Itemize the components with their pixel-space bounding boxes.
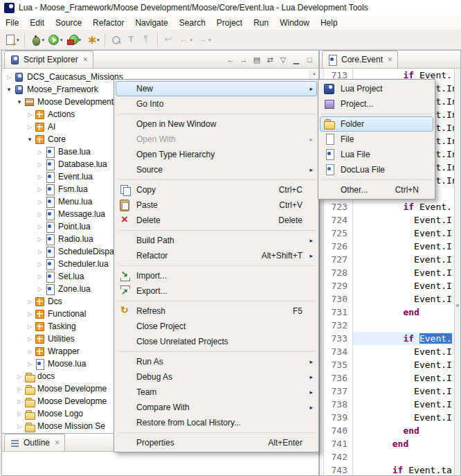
menubar-item-edit[interactable]: Edit — [24, 17, 50, 29]
new-submenu-item-folder[interactable]: Folder — [320, 116, 433, 132]
code-line[interactable]: 743 if Event.ta — [324, 464, 454, 475]
back-icon[interactable]: ← — [225, 54, 236, 65]
expand-arrow-icon[interactable]: ▷ — [36, 161, 44, 168]
expand-arrow-icon[interactable]: ▷ — [15, 386, 24, 392]
expand-arrow-icon[interactable]: ▷ — [36, 236, 44, 243]
expand-arrow-icon[interactable]: ▷ — [36, 186, 44, 193]
context-menu-item-new[interactable]: New▸ — [116, 81, 317, 96]
back-button[interactable]: ▾ — [177, 32, 195, 49]
expand-arrow-icon[interactable]: ▷ — [26, 324, 34, 330]
new-submenu-item-file[interactable]: File — [320, 132, 433, 147]
debug-button[interactable]: ▾ — [28, 32, 46, 49]
expand-arrow-icon[interactable]: ▷ — [26, 361, 34, 367]
new-submenu-item-lua-file[interactable]: Lua File — [320, 147, 433, 162]
code-line[interactable]: 725 Event.I — [324, 227, 454, 240]
context-menu-item-paste[interactable]: PasteCtrl+V — [116, 197, 317, 213]
maximize-icon[interactable]: □ — [304, 54, 315, 65]
collapse-arrow-icon[interactable]: ▾ — [5, 86, 13, 93]
context-menu-item-source[interactable]: Source▸ — [116, 162, 317, 177]
code-line[interactable]: 733 if Event. — [324, 332, 454, 345]
context-menu-item-properties[interactable]: PropertiesAlt+Enter — [116, 435, 317, 450]
context-menu-item-refresh[interactable]: RefreshF5 — [116, 303, 317, 319]
code-line[interactable]: 730 Event.I — [324, 292, 454, 306]
menubar-item-help[interactable]: Help — [315, 17, 343, 29]
new-submenu-item-project[interactable]: Project... — [320, 96, 433, 112]
new-submenu-item-lua-project[interactable]: Lua Project — [320, 81, 433, 96]
close-icon[interactable]: × — [388, 55, 392, 64]
collapse-all-icon[interactable]: ▤ — [251, 54, 262, 65]
expand-arrow-icon[interactable]: ▷ — [36, 199, 44, 205]
show-whitespace-button[interactable] — [139, 32, 154, 49]
new-submenu-item-other[interactable]: Other...Ctrl+N — [320, 182, 433, 197]
expand-arrow-icon[interactable]: ▷ — [36, 274, 44, 280]
close-icon[interactable]: × — [55, 438, 60, 448]
expand-arrow-icon[interactable]: ▷ — [26, 124, 34, 130]
search-button[interactable] — [109, 32, 123, 49]
code-line[interactable]: 740 end — [324, 424, 454, 437]
expand-arrow-icon[interactable]: ▷ — [36, 286, 44, 292]
new-wizard-button[interactable]: ▾ — [3, 32, 21, 49]
context-menu-item-import[interactable]: Import... — [116, 268, 317, 283]
context-menu-item-delete[interactable]: DeleteDelete — [116, 213, 317, 228]
expand-arrow-icon[interactable]: ▷ — [5, 74, 13, 80]
forward-icon[interactable]: → — [238, 54, 249, 65]
close-icon[interactable]: × — [83, 55, 88, 64]
context-menu-item-close-unrelated-projects[interactable]: Close Unrelated Projects — [116, 334, 317, 349]
code-line[interactable]: 732 — [324, 319, 454, 332]
expand-arrow-icon[interactable]: ▷ — [26, 311, 34, 317]
menubar-item-window[interactable]: Window — [274, 17, 315, 29]
context-menu-item-debug-as[interactable]: Debug As▸ — [116, 369, 317, 385]
expand-arrow-icon[interactable]: ▷ — [26, 299, 34, 305]
menubar-item-navigate[interactable]: Navigate — [129, 17, 173, 29]
tab-outline[interactable]: Outline × — [4, 434, 65, 451]
overview-ruler[interactable] — [454, 69, 460, 475]
menubar-item-project[interactable]: Project — [211, 17, 248, 29]
menubar-item-file[interactable]: File — [0, 17, 24, 29]
code-line[interactable]: 724 Event.I — [324, 213, 454, 227]
collapse-arrow-icon[interactable]: ▾ — [15, 98, 24, 105]
last-edit-location-button[interactable] — [161, 32, 176, 49]
code-line[interactable]: 738 Event.I — [324, 398, 454, 411]
expand-arrow-icon[interactable]: ▷ — [15, 398, 24, 405]
menubar-item-refactor[interactable]: Refactor — [87, 17, 129, 29]
context-menu-item-build-path[interactable]: Build Path▸ — [116, 233, 317, 248]
context-menu-item-open-in-new-window[interactable]: Open in New Window — [116, 116, 317, 132]
collapse-arrow-icon[interactable]: ▾ — [26, 136, 34, 143]
code-line[interactable]: 727 Event.I — [324, 253, 454, 266]
code-line[interactable]: 741 end — [324, 437, 454, 450]
expand-arrow-icon[interactable]: ▷ — [36, 174, 44, 180]
code-line[interactable]: 729 Event.I — [324, 279, 454, 292]
code-line[interactable]: 735 Event.I — [324, 358, 454, 371]
context-menu-item-refactor[interactable]: RefactorAlt+Shift+T▸ — [116, 248, 317, 263]
context-menu-item-close-project[interactable]: Close Project — [116, 319, 317, 334]
context-menu-item-open-with[interactable]: Open With▸ — [116, 132, 317, 147]
context-menu-item-open-type-hierarchy[interactable]: Open Type Hierarchy — [116, 147, 317, 162]
context-menu-item-go-into[interactable]: Go Into — [116, 96, 317, 112]
view-menu-icon[interactable]: ▽ — [278, 54, 289, 65]
expand-arrow-icon[interactable]: ▷ — [36, 249, 44, 255]
context-menu-item-run-as[interactable]: Run As▸ — [116, 354, 317, 369]
context-menu-item-export[interactable]: Export... — [116, 283, 317, 299]
minimize-icon[interactable]: ▁ — [291, 54, 302, 65]
run-button[interactable]: ▾ — [46, 32, 64, 49]
expand-arrow-icon[interactable]: ▷ — [36, 211, 44, 218]
expand-arrow-icon[interactable]: ▷ — [26, 336, 34, 342]
code-line[interactable]: 736 Event.I — [324, 371, 454, 385]
link-with-editor-icon[interactable]: ⇄ — [264, 54, 275, 65]
expand-arrow-icon[interactable]: ▷ — [15, 373, 24, 380]
new-submenu-item-doclua-file[interactable]: DocLua File — [320, 162, 433, 177]
tab-core-event[interactable]: Core.Event × — [322, 51, 398, 68]
scroll-up-icon[interactable]: ▲ — [310, 69, 318, 78]
code-line[interactable]: 726 Event.I — [324, 240, 454, 253]
context-menu-item-copy[interactable]: CopyCtrl+C — [116, 182, 317, 197]
forward-button[interactable]: ▾ — [195, 32, 213, 49]
expand-arrow-icon[interactable]: ▷ — [36, 149, 44, 155]
expand-arrow-icon[interactable]: ▷ — [15, 423, 24, 430]
menubar-item-source[interactable]: Source — [50, 17, 87, 29]
menubar-item-search[interactable]: Search — [174, 17, 211, 29]
code-line[interactable]: 737 Event.I — [324, 385, 454, 398]
external-tools-button[interactable]: ▾ — [65, 32, 83, 49]
code-line[interactable]: 723 if Event. — [324, 200, 454, 213]
code-line[interactable]: 731 end — [324, 306, 454, 319]
code-line[interactable]: 728 Event.I — [324, 266, 454, 279]
